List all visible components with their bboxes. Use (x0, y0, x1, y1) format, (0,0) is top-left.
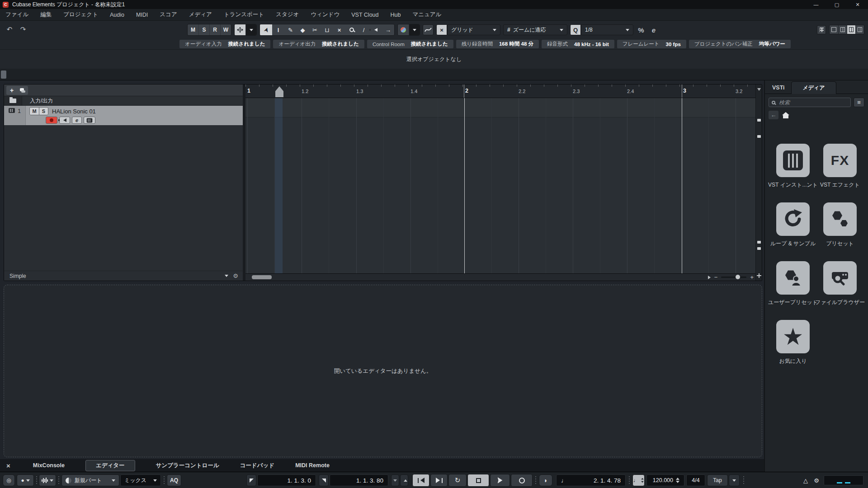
add-track-button[interactable]: + (6, 86, 17, 95)
track-preset-button[interactable] (17, 86, 28, 95)
quantize-q-icon[interactable]: Q (570, 24, 581, 35)
pan-law[interactable]: プロジェクトのパン補正均等パワー (689, 40, 791, 48)
menu-project[interactable]: プロジェクト (63, 11, 98, 19)
goto-previous-marker-button[interactable] (412, 474, 429, 487)
record-modes-icon[interactable]: ◎ (3, 474, 15, 486)
mute-tool[interactable]: × (333, 24, 345, 35)
write-automation-button[interactable]: W (220, 24, 231, 35)
color-menu-caret[interactable] (409, 24, 420, 35)
auto-quantize-button[interactable]: AQ (167, 474, 181, 486)
track-name[interactable]: HALion Sonic 01 (52, 108, 96, 115)
control-room-status[interactable]: Control Room接続されました (367, 40, 453, 48)
vscroll-thumb[interactable] (757, 119, 761, 122)
menu-edit[interactable]: 編集 (40, 11, 52, 19)
autoscroll-icon[interactable] (235, 24, 245, 35)
right-locator-flag-icon[interactable] (319, 474, 329, 486)
punch-out-icon[interactable] (400, 474, 408, 486)
horizontal-scrollbar[interactable]: − + (245, 273, 756, 281)
tab-sampler-control[interactable]: サンプラーコントロール (156, 462, 219, 469)
quantize-panel-icon[interactable]: e (649, 25, 659, 35)
object-selection-tool[interactable]: ➤ (260, 24, 272, 35)
iterative-quantize-icon[interactable]: % (636, 25, 646, 35)
zoom-slider[interactable] (721, 277, 746, 278)
tab-midi-remote[interactable]: MIDI Remote (295, 462, 330, 469)
tab-editor[interactable]: エディター (85, 460, 135, 471)
menu-window[interactable]: ウィンドウ (311, 11, 340, 19)
menu-studio[interactable]: スタジオ (276, 11, 299, 19)
media-tile-favorites[interactable]: ★ お気に入り (769, 320, 816, 365)
tempo-display[interactable]: 120.000 (646, 474, 684, 486)
close-button[interactable]: ✕ (847, 0, 868, 9)
vzoom-handle[interactable] (757, 135, 761, 138)
track-lane[interactable] (245, 98, 756, 117)
play-button[interactable] (490, 474, 510, 487)
media-tile-vst-effects[interactable]: FX VST エフェクト (816, 144, 863, 189)
mute-all-button[interactable]: M (188, 24, 198, 35)
punch-in-icon[interactable] (391, 474, 399, 486)
ruler-options-caret[interactable] (757, 88, 761, 91)
record-part-mode-dropdown[interactable]: 新規パート (61, 474, 119, 486)
automation-curve-icon[interactable] (423, 24, 434, 35)
minimize-button[interactable]: — (806, 0, 826, 9)
project-overview-strip[interactable] (0, 69, 868, 80)
right-zone-toggle[interactable] (855, 25, 864, 34)
stop-button[interactable] (467, 474, 489, 487)
lower-zone-toggle[interactable] (847, 25, 855, 34)
vzoom-preset-dot[interactable] (757, 241, 761, 244)
results-list-view-button[interactable]: ≡ (854, 98, 864, 107)
time-format-note-icon[interactable]: ♩ (561, 477, 567, 484)
tap-tempo-button[interactable]: Tap (707, 474, 728, 486)
erase-tool[interactable]: ◆ (297, 24, 309, 35)
io-channels-row[interactable]: 入力/出力 (4, 96, 243, 106)
draw-tool[interactable]: ✎ (284, 24, 297, 35)
part-mix-dropdown[interactable]: ミックス (120, 474, 161, 486)
tab-vsti[interactable]: VSTi (772, 84, 785, 91)
preroll-icon[interactable]: ◗ (539, 474, 552, 486)
quantize-preset-dropdown[interactable]: 1/8 (581, 24, 633, 35)
vzoom-in-icon[interactable] (757, 273, 761, 278)
line-tool[interactable]: / (358, 24, 370, 35)
tab-mixconsole[interactable]: MixConsole (33, 462, 65, 469)
record-button[interactable] (511, 474, 533, 487)
instrument-track-row[interactable]: 1 M S HALion Sonic 01 e (4, 106, 243, 125)
track-solo-button[interactable]: S (39, 108, 48, 115)
right-locator-display[interactable]: 1. 1. 3. 80 (330, 474, 388, 486)
inspector-zone-toggle[interactable] (830, 25, 838, 34)
preset-caret-icon[interactable] (225, 275, 228, 277)
audio-input-status[interactable]: オーディオ入力接続されました (179, 40, 270, 48)
solo-all-button[interactable]: S (198, 24, 209, 35)
left-locator-display[interactable]: 1. 1. 3. 0 (257, 474, 316, 486)
primary-time-display[interactable]: ♩ 2. 1. 4. 78 (556, 474, 626, 486)
playhead-marker[interactable] (275, 86, 283, 97)
menu-scores[interactable]: スコア (160, 11, 177, 19)
media-tile-file-browser[interactable]: ファイルブラウザー (816, 261, 863, 306)
scroll-right-icon[interactable] (708, 276, 711, 279)
media-tile-vst-instruments[interactable]: VST インスト...ント (769, 144, 816, 189)
event-grid-area[interactable] (245, 98, 756, 273)
record-enable-button[interactable] (46, 117, 57, 124)
transport-settings-gear-icon[interactable]: ⚙ (811, 474, 822, 486)
menu-hub[interactable]: Hub (391, 12, 401, 18)
media-tile-loops-samples[interactable]: ループ & サンプル (769, 202, 816, 248)
midi-record-mode-dropdown[interactable]: ● (17, 474, 34, 486)
record-format[interactable]: 録音形式48 kHz - 16 bit (542, 40, 614, 48)
left-locator-flag-icon[interactable] (246, 474, 256, 486)
media-tile-presets[interactable]: プリセット (816, 202, 863, 248)
read-automation-button[interactable]: R (209, 24, 220, 35)
autoscroll-options-caret[interactable] (245, 24, 256, 35)
snap-icon[interactable]: × (436, 24, 447, 35)
setup-toolbar-icon[interactable] (817, 25, 826, 34)
left-zone-toggle[interactable] (838, 25, 847, 34)
undo-icon[interactable]: ↶ (5, 24, 14, 34)
menu-midi[interactable]: MIDI (136, 12, 148, 18)
color-menu-icon[interactable] (398, 24, 409, 35)
range-selection-tool[interactable]: I (272, 24, 284, 35)
overview-thumb[interactable] (1, 70, 6, 79)
tap-options-caret[interactable] (729, 474, 740, 486)
media-search-box[interactable] (769, 98, 851, 107)
menu-file[interactable]: ファイル (5, 11, 28, 19)
maximize-button[interactable]: ▢ (826, 0, 847, 9)
feedback-tool[interactable]: → (382, 24, 394, 35)
glue-tool[interactable]: ⊔ (321, 24, 333, 35)
zoom-slider-thumb[interactable] (736, 275, 740, 279)
